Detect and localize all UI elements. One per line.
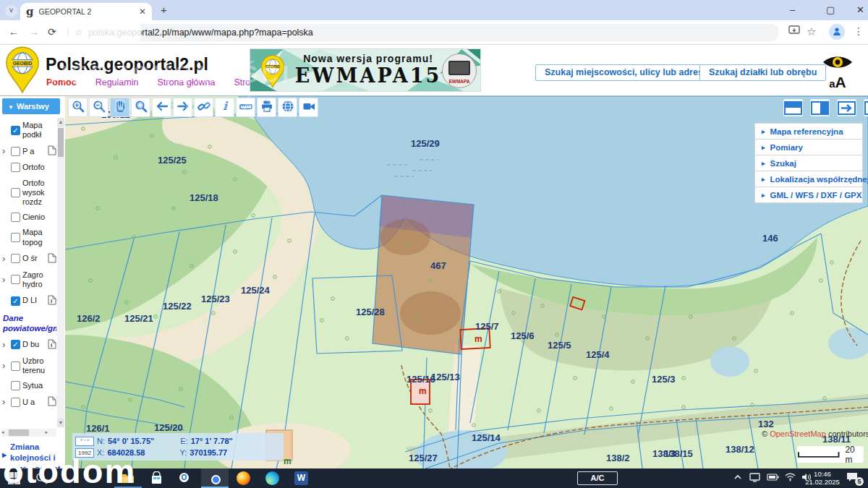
layer-checkbox[interactable] xyxy=(11,163,20,172)
arrow-right-tool-button[interactable] xyxy=(173,98,192,117)
layer-checkbox[interactable] xyxy=(11,275,20,284)
layer-item[interactable]: Ortofo wysok rozdz xyxy=(1,176,56,210)
font-size-toggle[interactable]: aA xyxy=(820,74,856,91)
search-place-button[interactable]: Szukaj miejscowości, ulicy lub adresu xyxy=(535,64,718,81)
layer-checkbox[interactable]: ✓ xyxy=(11,126,20,135)
reload-button[interactable]: ⟳ xyxy=(48,26,56,38)
layer-item[interactable]: Cienio xyxy=(1,210,56,225)
video-tool-button[interactable] xyxy=(299,98,318,117)
print-tool-button[interactable] xyxy=(257,98,276,117)
layer-item[interactable]: ›P a xyxy=(1,142,56,160)
pan-hand-tool-button[interactable] xyxy=(110,98,129,117)
tab-search-icon[interactable]: ˅ xyxy=(5,5,17,17)
sidebar-horizontal-scrollbar[interactable]: ◂▸ xyxy=(1,429,56,437)
layer-item[interactable]: ✓D LIi xyxy=(1,292,56,309)
layout-split-button[interactable] xyxy=(810,99,830,116)
bookmark-star-icon[interactable]: ☆ xyxy=(807,25,816,38)
globe-tool-button[interactable] xyxy=(278,98,297,117)
zoom-window-tool-button[interactable] xyxy=(131,98,150,117)
arrow-left-tool-button[interactable] xyxy=(152,98,171,117)
browser-tab[interactable]: g GEOPORTAL 2 ✕ xyxy=(20,3,152,20)
tray-battery-icon[interactable] xyxy=(767,473,779,481)
layers-dropdown-button[interactable]: ▼Warstwy xyxy=(2,98,60,114)
layer-checkbox[interactable]: ✓ xyxy=(11,296,20,306)
layer-checkbox[interactable] xyxy=(11,233,20,242)
layer-item[interactable]: Ortofo xyxy=(1,160,56,175)
start-button[interactable] xyxy=(7,471,21,485)
address-bar[interactable]: ⚙ polska.geoportal2.pl/map/www/mapa.php?… xyxy=(67,24,779,41)
back-button[interactable]: ← xyxy=(9,26,19,38)
window-minimize-button[interactable]: – xyxy=(790,4,795,15)
layer-checkbox[interactable] xyxy=(11,398,20,407)
info-tool-button[interactable]: i xyxy=(215,98,234,117)
expand-chevron-icon[interactable]: › xyxy=(2,398,9,406)
tray-display-icon[interactable] xyxy=(749,473,760,482)
taskbar-edge[interactable] xyxy=(259,468,286,488)
layer-item[interactable]: ›Uzbro terenu xyxy=(1,354,56,378)
layer-item[interactable]: Mapa topog xyxy=(1,225,56,249)
expand-chevron-icon[interactable]: › xyxy=(2,276,9,283)
browser-menu-icon[interactable]: ⋮ xyxy=(854,25,864,37)
link-regulamin[interactable]: Regulamin xyxy=(95,77,139,87)
menu-item-1[interactable]: ▸Pomiary xyxy=(755,140,862,155)
layout-right-button[interactable] xyxy=(864,99,868,116)
taskbar-clock[interactable]: 10:46 21.02.2025 xyxy=(801,471,843,487)
layer-checkbox[interactable] xyxy=(11,188,20,197)
layout-expand-button[interactable] xyxy=(837,99,856,116)
link-strona-glowna[interactable]: Strona główna xyxy=(157,77,215,87)
window-close-button[interactable]: ✕ xyxy=(856,4,864,15)
dms-format-button[interactable]: ° ' " xyxy=(75,437,94,446)
expand-chevron-icon[interactable]: › xyxy=(2,362,9,369)
expand-chevron-icon[interactable]: › xyxy=(2,341,9,348)
taskbar-store[interactable] xyxy=(143,468,171,488)
sidebar-vertical-scrollbar[interactable]: ▲▼ xyxy=(57,118,64,427)
zoom-out-tool-button[interactable] xyxy=(89,98,109,117)
layer-checkbox[interactable]: ✓ xyxy=(11,340,20,349)
menu-item-0[interactable]: ▸Mapa referencyjna xyxy=(755,124,862,140)
search-parcel-button[interactable]: Szukaj działki lub obrębu xyxy=(699,64,826,81)
measure-tool-button[interactable] xyxy=(236,98,255,117)
document-info-icon[interactable]: i xyxy=(48,295,56,307)
tray-chevron-icon[interactable] xyxy=(733,473,742,481)
forward-button[interactable]: → xyxy=(29,26,39,38)
taskbar-firefox[interactable] xyxy=(230,468,258,488)
layer-checkbox[interactable] xyxy=(11,254,20,263)
taskbar-chrome[interactable] xyxy=(201,468,229,488)
install-icon[interactable] xyxy=(788,25,800,38)
ewmapa-banner[interactable]: GEOBID Nowa wersja programu! EWMAPA15 EW… xyxy=(250,48,481,92)
layer-checkbox[interactable] xyxy=(11,147,20,156)
document-icon[interactable] xyxy=(48,253,56,265)
menu-item-4[interactable]: ▸GML / WFS / DXF / GPX xyxy=(755,187,862,203)
crs-button[interactable]: 1992 xyxy=(75,448,94,458)
taskbar-word[interactable]: W xyxy=(288,468,315,488)
link-tool-button[interactable] xyxy=(194,98,213,117)
taskbar-ac-indicator[interactable]: A/C xyxy=(577,471,618,485)
taskbar-outlook[interactable] xyxy=(172,468,200,488)
tray-wifi-icon[interactable] xyxy=(785,473,796,481)
document-info-icon[interactable]: i xyxy=(48,339,56,351)
window-maximize-button[interactable]: ▢ xyxy=(826,4,835,15)
layer-item[interactable]: ✓Mapa podkł xyxy=(1,118,56,142)
expand-chevron-icon[interactable]: › xyxy=(2,255,9,262)
layer-item[interactable]: ›✓D bui xyxy=(1,336,56,354)
expand-chevron-icon[interactable]: › xyxy=(2,147,9,155)
layer-item[interactable]: ›O śr xyxy=(1,250,56,267)
document-icon[interactable] xyxy=(48,145,56,157)
layer-checkbox[interactable] xyxy=(11,213,20,222)
layer-item[interactable]: ›Zagro hydro xyxy=(1,267,56,292)
taskbar-file-explorer[interactable] xyxy=(114,468,142,488)
site-info-icon[interactable]: ⚙ xyxy=(75,28,82,38)
menu-item-3[interactable]: ▸Lokalizacja współrzędnej xyxy=(755,171,862,187)
layout-top-button[interactable] xyxy=(783,99,803,116)
osm-link[interactable]: OpenStreetMap xyxy=(770,429,826,438)
document-icon[interactable] xyxy=(48,396,56,408)
map-canvas[interactable]: 109/12125/29125/25125/18146467125/24125/… xyxy=(65,96,868,468)
profile-avatar[interactable] xyxy=(829,24,845,40)
tab-close-icon[interactable]: ✕ xyxy=(139,7,146,17)
menu-item-2[interactable]: ▸Szukaj xyxy=(755,155,862,171)
zoom-in-tool-button[interactable] xyxy=(68,98,88,117)
layer-checkbox[interactable] xyxy=(11,381,20,390)
layer-item[interactable]: Sytua xyxy=(1,378,56,393)
new-tab-button[interactable]: + xyxy=(161,4,167,16)
contrast-toggle[interactable]: aA xyxy=(820,53,856,91)
